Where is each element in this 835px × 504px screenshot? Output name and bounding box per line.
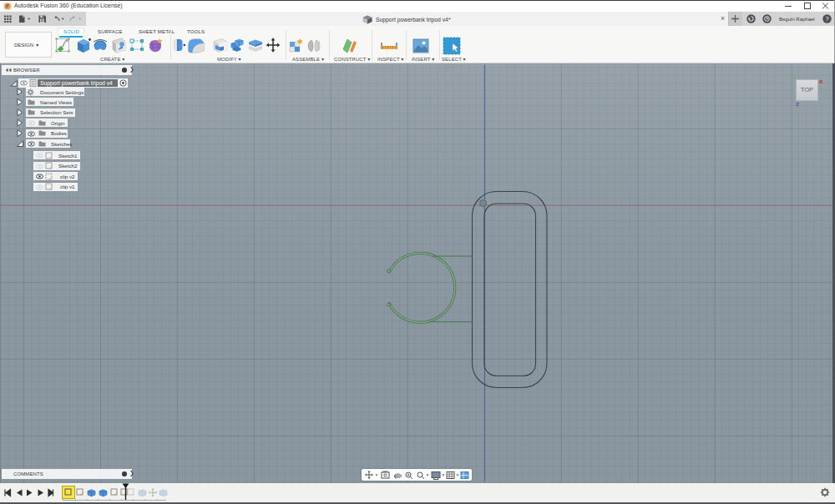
svg-text:?: ?: [825, 15, 828, 23]
